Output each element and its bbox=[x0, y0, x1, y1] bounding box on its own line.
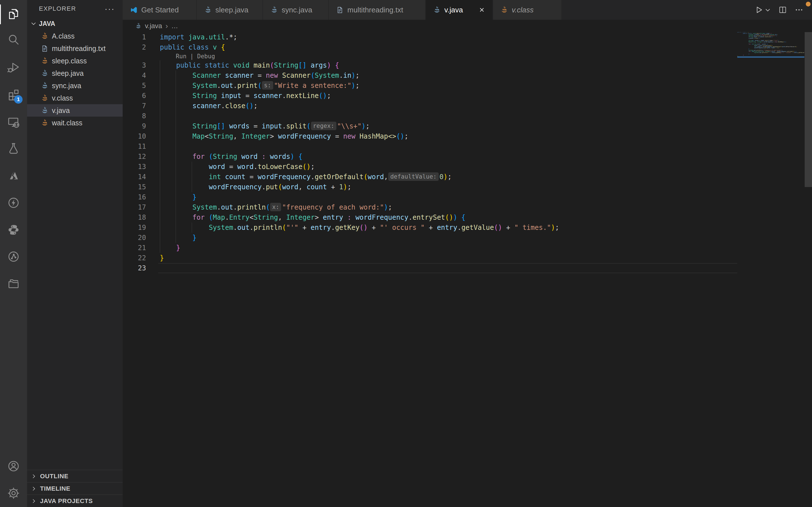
code-token: + bbox=[424, 224, 437, 231]
line-number: 11 bbox=[123, 142, 146, 152]
code-line-4[interactable]: Scanner scanner = new Scanner(System.in)… bbox=[123, 70, 737, 80]
activity-python[interactable] bbox=[0, 217, 27, 242]
file-item-label: v.class bbox=[52, 94, 73, 102]
code-token: wordFrequency bbox=[209, 183, 262, 191]
code-token: for bbox=[193, 153, 209, 161]
indent-guide bbox=[160, 142, 160, 152]
activity-azure[interactable] bbox=[0, 163, 27, 188]
folder-section-java[interactable]: JAVA bbox=[27, 17, 123, 30]
inlay-hint: regex: bbox=[311, 122, 336, 130]
code-line-19[interactable]: System.out.println("'" + entry.getKey() … bbox=[123, 223, 737, 233]
activity-thunder-client[interactable] bbox=[0, 190, 27, 215]
file-item-sync.java[interactable]: sync.java bbox=[27, 79, 123, 92]
tab-sleep.java[interactable]: sleep.java bbox=[197, 0, 263, 20]
code-token: Entry bbox=[229, 214, 250, 221]
code-line-16[interactable]: } bbox=[123, 192, 737, 202]
code-line-13[interactable]: word = word.toLowerCase(); bbox=[123, 162, 737, 172]
tab-get-started[interactable]: Get Started bbox=[123, 0, 197, 20]
code-line-6[interactable]: String input = scanner.nextLine(); bbox=[123, 91, 737, 101]
code-token: { bbox=[221, 43, 225, 51]
line-number: 13 bbox=[123, 162, 146, 172]
tab-label: sync.java bbox=[282, 6, 312, 14]
code-token: count bbox=[225, 173, 250, 181]
file-item-sleep.java[interactable]: sleep.java bbox=[27, 67, 123, 79]
code-token: System bbox=[193, 82, 217, 90]
activity-testing[interactable] bbox=[0, 136, 27, 161]
code-line-10[interactable]: Map<String, Integer> wordFrequency = new… bbox=[123, 131, 737, 142]
editor-scrollbar[interactable] bbox=[805, 32, 812, 187]
code-token: word bbox=[282, 183, 299, 191]
activity-explorer[interactable] bbox=[0, 2, 27, 26]
code-token: count bbox=[306, 183, 331, 191]
more-actions-icon[interactable]: ··· bbox=[105, 6, 115, 11]
activity-accounts[interactable] bbox=[0, 454, 27, 478]
minimap[interactable]: import java.util.*;public class v { publ… bbox=[737, 32, 804, 104]
gear-icon bbox=[7, 487, 20, 500]
close-icon[interactable] bbox=[478, 6, 485, 13]
code-line-20[interactable]: } bbox=[123, 233, 737, 243]
code-token: . bbox=[217, 82, 221, 90]
code-line-14[interactable]: int count = wordFrequency.getOrDefault(w… bbox=[123, 172, 737, 182]
code-token: () bbox=[494, 224, 502, 231]
sidebar-explorer: EXPLORER ··· JAVA A.classmultithreading.… bbox=[27, 0, 123, 507]
file-item-A.class[interactable]: A.class bbox=[27, 30, 123, 42]
code-token: int bbox=[209, 173, 225, 181]
tab-v.java[interactable]: v.java bbox=[426, 0, 493, 20]
file-item-wait.class[interactable]: wait.class bbox=[27, 117, 123, 129]
panel-timeline[interactable]: TIMELINE bbox=[27, 482, 123, 495]
panel-java-projects[interactable]: JAVA PROJECTS bbox=[27, 495, 123, 507]
code-line-17[interactable]: System.out.println(x:"frequency of each … bbox=[123, 202, 737, 212]
tab-sync.java[interactable]: sync.java bbox=[263, 0, 329, 20]
file-item-sleep.class[interactable]: sleep.class bbox=[27, 55, 123, 67]
activity-remote-explorer[interactable] bbox=[0, 110, 27, 135]
activity-manage[interactable] bbox=[0, 481, 27, 506]
code-token: word bbox=[209, 163, 229, 171]
play-icon bbox=[755, 5, 763, 14]
split-editor-icon[interactable] bbox=[778, 5, 787, 14]
code-token: Integer bbox=[286, 214, 315, 221]
code-token: ( bbox=[266, 203, 270, 211]
code-line-15[interactable]: wordFrequency.put(word, count + 1); bbox=[123, 182, 737, 192]
line-number: 18 bbox=[123, 212, 146, 223]
file-item-multithreading.txt[interactable]: multithreading.txt bbox=[27, 42, 123, 55]
file-item-v.java[interactable]: v.java bbox=[27, 104, 123, 117]
code-line-12[interactable]: for (String word : words) { bbox=[123, 152, 737, 162]
code-line-1[interactable]: import java.util.*; bbox=[123, 32, 737, 42]
code-line-21[interactable]: } bbox=[123, 243, 737, 253]
line-number: 16 bbox=[123, 192, 146, 202]
more-actions-icon[interactable] bbox=[795, 5, 804, 14]
code-token: println bbox=[253, 224, 282, 231]
panel-outline[interactable]: OUTLINE bbox=[27, 470, 123, 482]
file-item-label: A.class bbox=[52, 32, 75, 40]
flask-icon bbox=[7, 142, 20, 155]
breadcrumb-symbol-more[interactable]: … bbox=[171, 22, 178, 30]
file-item-v.class[interactable]: v.class bbox=[27, 92, 123, 104]
activity-search[interactable] bbox=[0, 27, 27, 52]
run-java-button[interactable] bbox=[755, 5, 771, 14]
code-editor[interactable]: import java.util.*;1public class v {2 pu… bbox=[123, 32, 812, 507]
code-line-9[interactable]: String[] words = input.split(regex:"\\s+… bbox=[123, 121, 737, 131]
tab-label: Get Started bbox=[141, 6, 179, 14]
run-debug-icon bbox=[7, 61, 20, 74]
code-line-8[interactable] bbox=[123, 111, 737, 121]
activity-project-manager[interactable] bbox=[0, 271, 27, 296]
code-token: getValue bbox=[461, 224, 494, 231]
code-line-22[interactable]: } bbox=[123, 253, 737, 263]
code-line-3[interactable]: public static void main(String[] args) { bbox=[123, 60, 737, 70]
code-token: ; bbox=[555, 224, 559, 231]
activity-extensions[interactable]: 1 bbox=[0, 82, 27, 107]
tab-v.class[interactable]: v.class bbox=[493, 0, 562, 20]
activity-run-debug[interactable] bbox=[0, 55, 27, 80]
code-line-18[interactable]: for (Map.Entry<String, Integer> entry : … bbox=[123, 212, 737, 223]
activity-connection-graph[interactable] bbox=[0, 244, 27, 269]
code-token: words bbox=[270, 153, 290, 161]
tab-multithreading.txt[interactable]: multithreading.txt bbox=[329, 0, 426, 20]
code-line-2[interactable]: public class v { bbox=[123, 42, 737, 52]
breadcrumb-file[interactable]: v.java bbox=[145, 22, 162, 30]
code-token: ; bbox=[311, 163, 315, 171]
codelens-run-debug[interactable]: Run | Debug bbox=[175, 52, 215, 60]
tab-label: v.java bbox=[444, 6, 463, 14]
code-line-5[interactable]: System.out.print(s:"Write a sentence:"); bbox=[123, 80, 737, 91]
code-line-11[interactable] bbox=[123, 142, 737, 152]
code-line-7[interactable]: scanner.close(); bbox=[123, 101, 737, 111]
